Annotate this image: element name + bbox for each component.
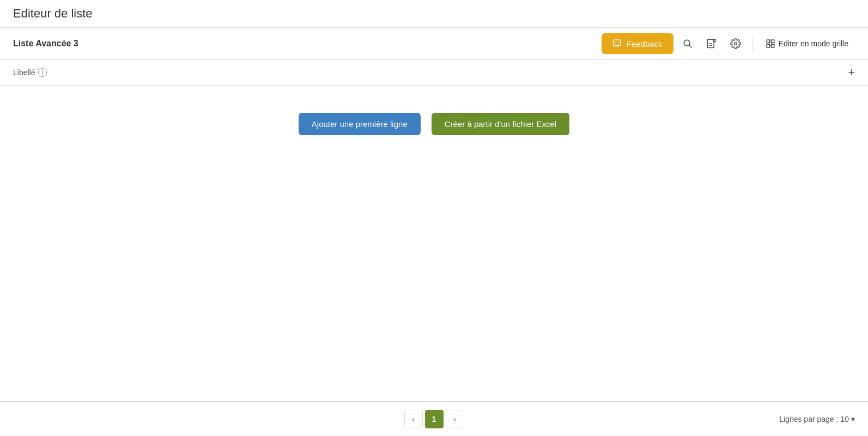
feedback-button[interactable]: Feedback (602, 33, 673, 54)
svg-rect-13 (767, 45, 769, 47)
settings-icon (730, 38, 741, 49)
create-from-excel-button[interactable]: Créer à partir d'un fichier Excel (432, 113, 569, 135)
next-page-button[interactable]: › (446, 410, 464, 428)
page-title: Editeur de liste (13, 7, 855, 21)
column-label: Libellé (13, 68, 35, 77)
content-area: Ajouter une première ligne Créer à parti… (0, 86, 868, 402)
svg-rect-12 (771, 40, 774, 43)
export-button[interactable] (702, 34, 721, 53)
svg-point-2 (617, 42, 618, 43)
export-icon (706, 38, 717, 49)
grid-mode-label: Editer en mode grille (779, 39, 848, 48)
feedback-icon (612, 39, 622, 49)
toolbar-actions: Feedback (602, 33, 855, 54)
column-header-row: Libellé i + (0, 60, 868, 86)
prev-page-button[interactable]: ‹ (404, 410, 423, 428)
grid-mode-button[interactable]: Editer en mode grille (759, 34, 855, 53)
grid-icon (766, 39, 775, 49)
settings-button[interactable] (726, 34, 745, 53)
search-icon (682, 38, 693, 49)
svg-point-1 (615, 42, 616, 43)
add-column-button[interactable]: + (848, 66, 855, 78)
column-header-left: Libellé i (13, 68, 47, 77)
lines-per-page-label: Lignes par page : (779, 415, 838, 423)
lines-per-page: Lignes par page : 10 ▾ (779, 415, 855, 423)
title-bar: Editeur de liste (0, 0, 868, 28)
footer: ‹ 1 › Lignes par page : 10 ▾ (0, 402, 868, 436)
list-name: Liste Avancée 3 (13, 39, 78, 49)
column-info-icon[interactable]: i (38, 68, 47, 77)
svg-rect-11 (767, 40, 769, 43)
toolbar: Liste Avancée 3 Feedback (0, 28, 868, 60)
lines-per-page-dropdown-icon[interactable]: ▾ (851, 415, 855, 423)
action-buttons: Ajouter une première ligne Créer à parti… (299, 113, 569, 135)
toolbar-divider (752, 35, 752, 52)
svg-point-3 (619, 42, 620, 43)
current-page-button[interactable]: 1 (425, 410, 444, 428)
svg-line-5 (689, 45, 692, 48)
add-first-line-button[interactable]: Ajouter une première ligne (299, 113, 421, 135)
svg-rect-14 (771, 45, 774, 47)
search-button[interactable] (678, 34, 697, 53)
svg-point-10 (734, 43, 737, 45)
lines-per-page-value: 10 (840, 415, 849, 423)
pagination: ‹ 1 › (404, 410, 464, 428)
svg-point-4 (684, 40, 690, 46)
feedback-label: Feedback (627, 39, 663, 49)
